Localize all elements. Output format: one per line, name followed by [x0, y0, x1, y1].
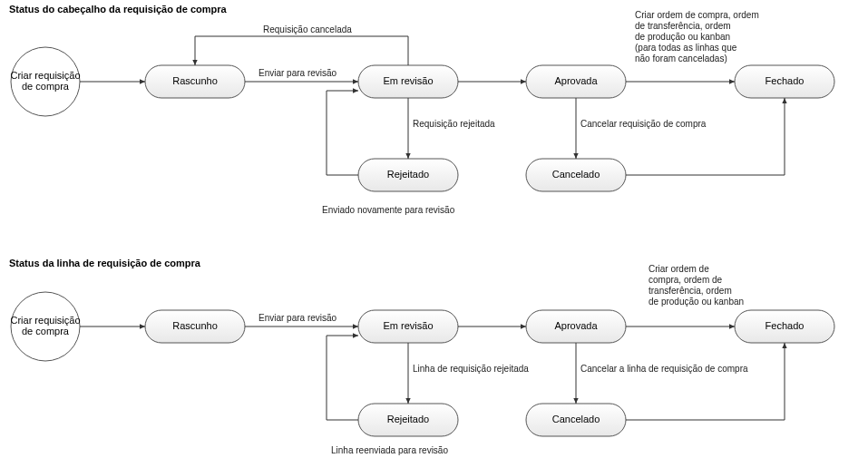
close-label-3: transferência, ordem	[649, 286, 732, 296]
edge-cancelled-closed	[626, 98, 785, 175]
node-draft: Rascunho	[145, 65, 245, 98]
draft-label: Rascunho	[172, 320, 218, 331]
node-cancelled: Cancelado	[526, 159, 626, 191]
edge-cancel-to-draft	[195, 36, 408, 65]
cancelled-label: Cancelado	[552, 169, 600, 180]
edge-resubmit-label: Linha reenviada para revisão	[331, 445, 448, 455]
node-approved: Aprovada	[526, 65, 626, 98]
edge-resubmit-label: Enviado novamente para revisão	[322, 205, 455, 215]
line-title: Status da linha de requisição de compra	[9, 258, 201, 268]
close-label-2: compra, ordem de	[649, 275, 723, 285]
node-cancelled: Cancelado	[526, 404, 626, 436]
rejected-label: Rejeitado	[387, 169, 429, 180]
header-workflow: Status do cabeçalho da requisição de com…	[9, 4, 834, 215]
close-label-3: de produção ou kanban	[635, 32, 730, 42]
close-label-1: Criar ordem de	[649, 264, 709, 274]
edge-cancel-approved-label: Cancelar requisição de compra	[580, 119, 707, 129]
node-draft: Rascunho	[145, 310, 245, 343]
review-label: Em revisão	[383, 75, 433, 86]
node-closed: Fechado	[735, 65, 834, 98]
edge-reject-label: Requisição rejeitada	[413, 119, 495, 129]
edge-reject-label: Linha de requisição rejeitada	[413, 364, 529, 374]
node-review: Em revisão	[358, 65, 458, 98]
close-label-2: de transferência, ordem	[635, 21, 731, 31]
rejected-label: Rejeitado	[387, 414, 429, 424]
edge-cancelled-closed	[626, 343, 785, 420]
close-label-5: não foram canceladas)	[635, 54, 727, 63]
node-start: Criar requisiçãode compra	[10, 292, 80, 361]
close-label-4: (para todas as linhas que	[635, 43, 737, 53]
close-label-4: de produção ou kanban	[649, 297, 744, 307]
node-review: Em revisão	[358, 310, 458, 343]
approved-label: Aprovada	[554, 320, 598, 331]
draft-label: Rascunho	[172, 75, 218, 86]
edge-cancel-approved-label: Cancelar a linha de requisição de compra	[580, 364, 748, 374]
edge-cancel-draft-label: Requisição cancelada	[263, 24, 352, 34]
edge-to-review-label: Enviar para revisão	[258, 313, 337, 323]
approved-label: Aprovada	[554, 75, 598, 86]
node-rejected: Rejeitado	[358, 159, 458, 191]
closed-label: Fechado	[766, 75, 805, 86]
review-label: Em revisão	[383, 320, 433, 331]
cancelled-label: Cancelado	[552, 414, 600, 424]
node-start: Criar requisiçãode compra	[10, 47, 80, 116]
header-title: Status do cabeçalho da requisição de com…	[9, 4, 228, 15]
node-rejected: Rejeitado	[358, 404, 458, 436]
edge-to-review-label: Enviar para revisão	[258, 68, 337, 78]
line-workflow: Status da linha de requisição de compra …	[9, 258, 834, 455]
closed-label: Fechado	[766, 320, 805, 331]
edge-rejected-review	[327, 336, 358, 420]
node-approved: Aprovada	[526, 310, 626, 343]
node-closed: Fechado	[735, 310, 834, 343]
edge-rejected-review	[327, 91, 358, 175]
close-label-1: Criar ordem de compra, ordem	[635, 10, 759, 20]
workflow-diagram: Status do cabeçalho da requisição de com…	[0, 0, 868, 458]
